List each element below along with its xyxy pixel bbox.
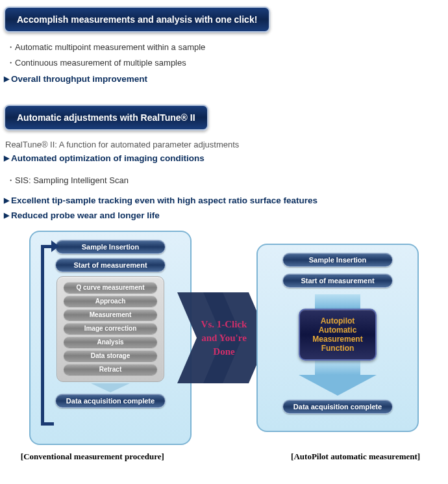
autopilot-panel: Sample Insertion Start of measurement Au… [256, 244, 419, 432]
step-pill: Start of measurement [55, 258, 166, 272]
bullet-item: Automatic multipoint measurement within … [6, 42, 444, 53]
comparison-diagram: Sample Insertion Start of measurement Q … [4, 231, 444, 445]
conventional-panel: Sample Insertion Start of measurement Q … [29, 231, 192, 445]
vs-block: Vs. 1-Click and You're Done [185, 318, 263, 359]
manual-step: Data storage [64, 350, 157, 361]
intro-text: RealTune® II: A function for automated p… [5, 140, 444, 149]
highlight-arrow: Reduced probe wear and longer life [4, 210, 444, 220]
manual-steps-box: Q curve measurement Approach Measurement… [56, 276, 164, 382]
step-pill: Data acquisition complete [55, 394, 166, 408]
section-badge-2: Automatic adjustments with RealTune® II [4, 105, 208, 131]
sis-note: SIS: Sampling Intelligent Scan [6, 175, 444, 186]
loop-arrow-icon [38, 241, 49, 427]
step-pill: Sample Insertion [55, 240, 166, 254]
section-badge-1: Accomplish measurements and analysis wit… [4, 6, 270, 32]
bullet-list-1: Automatic multipoint measurement within … [6, 42, 444, 69]
highlight-arrow: Excellent tip-sample tracking even with … [4, 196, 444, 205]
big-down-arrow-icon: Autopilot Automatic Measurement Function [290, 294, 385, 396]
caption-left: [Conventional measurement procedure] [8, 452, 177, 462]
manual-step: Retract [64, 364, 157, 375]
manual-step: Image correction [64, 323, 157, 334]
highlight-arrow: Automated optimization of imaging condit… [4, 153, 444, 163]
manual-step: Approach [64, 296, 157, 307]
feature-line: Measurement Function [304, 335, 372, 353]
highlight-arrow: Overall throughput improvement [4, 74, 444, 84]
vs-text: Vs. 1-Click and You're Done [185, 318, 263, 359]
manual-step: Q curve measurement [64, 282, 157, 293]
manual-step: Measurement [64, 309, 157, 320]
feature-line: Autopilot Automatic [304, 316, 372, 335]
step-pill: Data acquisition complete [282, 400, 393, 414]
autopilot-feature-box: Autopilot Automatic Measurement Function [299, 309, 377, 361]
bullet-item: Continuous measurement of multiple sampl… [6, 57, 444, 69]
manual-step: Analysis [64, 337, 157, 348]
step-pill: Start of measurement [282, 274, 393, 288]
down-arrow-icon [91, 383, 130, 392]
diagram-captions: [Conventional measurement procedure] [Au… [4, 452, 444, 462]
step-pill: Sample Insertion [282, 253, 393, 267]
caption-right: [AutoPilot automatic measurement] [271, 452, 440, 462]
